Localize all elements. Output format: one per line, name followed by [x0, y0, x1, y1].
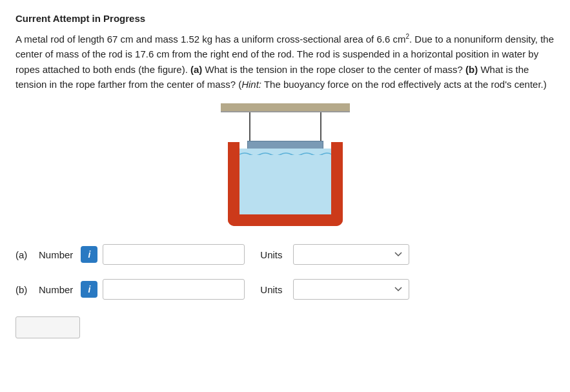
answer-row-a: (a) Number i Units N kg lb kN	[15, 244, 555, 265]
part-b-units-label: Units	[260, 284, 282, 295]
part-b-label: (b)	[15, 284, 34, 295]
tank-left-wall	[228, 142, 239, 226]
part-a-units-label: Units	[260, 249, 282, 260]
ceiling	[221, 103, 350, 112]
part-a-units-select[interactable]: N kg lb kN	[293, 244, 409, 265]
part-b-number-input[interactable]	[103, 279, 245, 300]
part-a-number-input[interactable]	[103, 244, 245, 265]
rope-right	[320, 112, 321, 141]
answer-row-b: (b) Number i Units N kg lb kN	[15, 279, 555, 300]
tank-body	[228, 142, 343, 226]
part-a-number-label: Number	[39, 249, 73, 260]
rope-left	[249, 112, 250, 141]
figure-wrap	[211, 103, 360, 226]
problem-text: A metal rod of length 67 cm and mass 1.5…	[15, 32, 555, 92]
part-b-number-label: Number	[39, 284, 73, 295]
figure-container	[15, 103, 555, 226]
part-a-label: (a)	[15, 249, 34, 260]
part-b-units-select[interactable]: N kg lb kN	[293, 279, 409, 300]
tank-right-wall	[331, 142, 343, 226]
page-header: Current Attempt in Progress	[15, 13, 555, 24]
bottom-button[interactable]	[15, 316, 80, 338]
water-surface	[239, 149, 331, 155]
part-b-info-button[interactable]: i	[81, 281, 97, 298]
answer-section: (a) Number i Units N kg lb kN (b) Number…	[15, 244, 555, 300]
tank-bottom-wall	[228, 214, 343, 226]
part-a-info-button[interactable]: i	[81, 246, 97, 263]
tank-water	[239, 149, 331, 214]
